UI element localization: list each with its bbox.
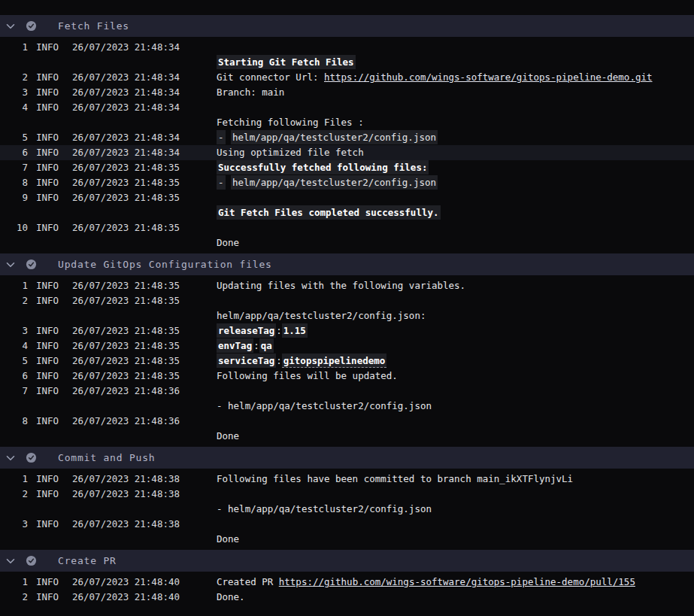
section-header-commit-and-push[interactable]: Commit and Push bbox=[0, 447, 694, 469]
log-message: serviceTag:gitopspipelinedemo bbox=[217, 354, 694, 369]
log-timestamp: 26/07/2023 21:48:35 bbox=[72, 338, 217, 354]
line-number: 4 bbox=[0, 338, 28, 354]
log-section: Commit and Push 1INFO26/07/2023 21:48:38… bbox=[0, 447, 694, 550]
log-level: INFO bbox=[36, 414, 72, 444]
log-line[interactable]: 7INFO26/07/2023 21:48:36- helm/app/qa/te… bbox=[0, 384, 694, 414]
log-text-segment: helm/app/qa/testcluster2/config.json bbox=[231, 130, 438, 144]
log-timestamp: 26/07/2023 21:48:34 bbox=[72, 145, 217, 160]
section-title: Create PR bbox=[58, 555, 117, 566]
log-line[interactable]: 8INFO26/07/2023 21:48:36Done bbox=[0, 414, 694, 444]
log-message-line bbox=[217, 40, 694, 55]
log-text-segment: envTag bbox=[217, 338, 253, 353]
log-text-segment: Branch: main bbox=[217, 86, 284, 98]
log-text-segment: helm/app/qa/testcluster2/config.json bbox=[231, 175, 438, 190]
log-timestamp: 26/07/2023 21:48:40 bbox=[72, 575, 217, 590]
log-line[interactable]: 10INFO26/07/2023 21:48:35Done bbox=[0, 220, 694, 250]
log-text-segment: Done bbox=[217, 237, 239, 248]
log-text-segment: Done bbox=[217, 430, 239, 442]
line-number: 3 bbox=[0, 517, 28, 547]
line-number: 2 bbox=[0, 70, 28, 85]
log-line[interactable]: 1INFO26/07/2023 21:48:34Starting Git Fet… bbox=[0, 40, 694, 70]
log-message: envTag:qa bbox=[217, 338, 694, 354]
log-line[interactable]: 1INFO26/07/2023 21:48:38Following files … bbox=[0, 472, 694, 487]
log-line[interactable]: 3INFO26/07/2023 21:48:38Done bbox=[0, 517, 694, 547]
log-message-line: Starting Git Fetch Files bbox=[217, 55, 694, 70]
section-title: Commit and Push bbox=[58, 452, 155, 463]
log-message: helm/app/qa/testcluster2/config.json: bbox=[217, 293, 694, 323]
log-level: INFO bbox=[36, 85, 72, 100]
line-number: 6 bbox=[0, 145, 28, 160]
log-text-segment: gitopspipelinedemo bbox=[282, 354, 386, 368]
log-sections: Fetch Files 1INFO26/07/2023 21:48:34Star… bbox=[0, 15, 694, 608]
log-message: Successfully fetched following files: bbox=[217, 160, 694, 175]
section-log-block: 1INFO26/07/2023 21:48:38Following files … bbox=[0, 469, 694, 550]
log-level: INFO bbox=[36, 575, 72, 590]
log-message: - helm/app/qa/testcluster2/config.json bbox=[217, 384, 694, 414]
log-message-line bbox=[217, 487, 694, 502]
log-message: Updating files with the following variab… bbox=[217, 278, 694, 293]
log-level: INFO bbox=[36, 293, 72, 323]
log-line[interactable]: 7INFO26/07/2023 21:48:35Successfully fet… bbox=[0, 160, 694, 175]
log-timestamp: 26/07/2023 21:48:34 bbox=[72, 100, 217, 130]
log-message: Following files have been committed to b… bbox=[217, 472, 694, 487]
log-level: INFO bbox=[36, 175, 72, 190]
log-line[interactable]: 2INFO26/07/2023 21:48:38- helm/app/qa/te… bbox=[0, 487, 694, 517]
log-text-segment: - helm/app/qa/testcluster2/config.json bbox=[217, 503, 432, 514]
log-message-line bbox=[217, 190, 694, 205]
log-message-line bbox=[217, 100, 694, 115]
log-line[interactable]: 4INFO26/07/2023 21:48:35envTag:qa bbox=[0, 338, 694, 354]
log-text-segment: Using optimized file fetch bbox=[217, 147, 364, 158]
log-level: INFO bbox=[36, 278, 72, 293]
log-line[interactable]: 8INFO26/07/2023 21:48:35- helm/app/qa/te… bbox=[0, 175, 694, 190]
log-line[interactable]: 3INFO26/07/2023 21:48:35releaseTag:1.15 bbox=[0, 323, 694, 338]
log-link[interactable]: https://github.com/wings-software/gitops… bbox=[324, 71, 653, 83]
log-line[interactable]: 2INFO26/07/2023 21:48:40Done. bbox=[0, 590, 694, 605]
log-timestamp: 26/07/2023 21:48:35 bbox=[72, 293, 217, 323]
log-line-highlighted[interactable]: 6INFO26/07/2023 21:48:34Using optimized … bbox=[0, 145, 694, 160]
line-number: 8 bbox=[0, 175, 28, 190]
log-message: Done bbox=[217, 220, 694, 250]
section-header-create-pr[interactable]: Create PR bbox=[0, 550, 694, 572]
log-timestamp: 26/07/2023 21:48:35 bbox=[72, 160, 217, 175]
log-level: INFO bbox=[36, 472, 72, 487]
chevron-down-icon[interactable] bbox=[5, 555, 17, 567]
log-timestamp: 26/07/2023 21:48:38 bbox=[72, 472, 217, 487]
log-message-line: Using optimized file fetch bbox=[217, 145, 694, 160]
log-message-line bbox=[217, 293, 694, 308]
log-message: Done bbox=[217, 517, 694, 547]
log-message: - helm/app/qa/testcluster2/config.json bbox=[217, 175, 694, 190]
log-timestamp: 26/07/2023 21:48:36 bbox=[72, 384, 217, 414]
log-line[interactable]: 4INFO26/07/2023 21:48:34Fetching followi… bbox=[0, 100, 694, 130]
log-line[interactable]: 3INFO26/07/2023 21:48:34Branch: main bbox=[0, 85, 694, 100]
log-text-segment: 1.15 bbox=[282, 323, 308, 338]
log-text-segment: Done. bbox=[217, 591, 245, 602]
log-line[interactable]: 6INFO26/07/2023 21:48:35Following files … bbox=[0, 369, 694, 384]
log-timestamp: 26/07/2023 21:48:35 bbox=[72, 369, 217, 384]
check-circle-icon bbox=[26, 20, 37, 32]
log-message: - helm/app/qa/testcluster2/config.json bbox=[217, 487, 694, 517]
log-message-line: releaseTag:1.15 bbox=[217, 323, 694, 338]
log-link[interactable]: https://github.com/wings-software/gitops… bbox=[279, 576, 635, 587]
log-message: Following files will be updated. bbox=[217, 369, 694, 384]
log-line[interactable]: 5INFO26/07/2023 21:48:34- helm/app/qa/te… bbox=[0, 130, 694, 145]
log-message-line bbox=[217, 220, 694, 235]
log-text-segment: helm/app/qa/testcluster2/config.json: bbox=[217, 310, 426, 321]
chevron-down-icon[interactable] bbox=[5, 259, 17, 271]
section-header-update-gitops-configuration-files[interactable]: Update GitOps Configuration files bbox=[0, 253, 694, 275]
log-message-line: - helm/app/qa/testcluster2/config.json bbox=[217, 399, 694, 414]
log-timestamp: 26/07/2023 21:48:35 bbox=[72, 278, 217, 293]
chevron-down-icon[interactable] bbox=[5, 20, 17, 32]
section-header-fetch-files[interactable]: Fetch Files bbox=[0, 15, 694, 37]
log-line[interactable]: 1INFO26/07/2023 21:48:40Created PR https… bbox=[0, 575, 694, 590]
log-section: Update GitOps Configuration files 1INFO2… bbox=[0, 253, 694, 447]
log-message-line bbox=[217, 414, 694, 429]
log-line[interactable]: 9INFO26/07/2023 21:48:35Git Fetch Files … bbox=[0, 190, 694, 220]
check-circle-icon bbox=[26, 259, 37, 270]
log-line[interactable]: 2INFO26/07/2023 21:48:35helm/app/qa/test… bbox=[0, 293, 694, 323]
log-line[interactable]: 1INFO26/07/2023 21:48:35Updating files w… bbox=[0, 278, 694, 293]
log-line[interactable]: 2INFO26/07/2023 21:48:34Git connector Ur… bbox=[0, 70, 694, 85]
chevron-down-icon[interactable] bbox=[5, 452, 17, 464]
line-number: 5 bbox=[0, 130, 28, 145]
log-console: Fetch Files 1INFO26/07/2023 21:48:34Star… bbox=[0, 0, 694, 616]
log-line[interactable]: 5INFO26/07/2023 21:48:35serviceTag:gitop… bbox=[0, 354, 694, 369]
